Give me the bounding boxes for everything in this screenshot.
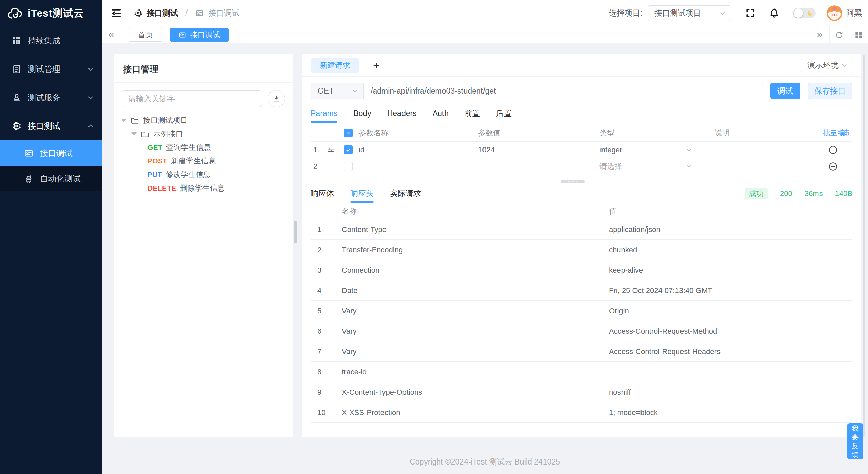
horizontal-scrollbar-thumb[interactable] [561,180,585,183]
feedback-button[interactable]: 我要反馈 [847,423,863,459]
api-manage-panel: 接口管理 接口测试项目 示例接口 GET [114,54,293,437]
table-row: 9X-Content-Type-Optionsnosniff [311,382,852,402]
remove-row-icon[interactable] [828,161,838,172]
row-index: 2 [311,162,326,171]
tab-actual-request[interactable]: 实际请求 [390,184,421,203]
row-index: 4 [311,286,335,295]
chip-icon [12,121,22,131]
tabs-scroll-left[interactable] [102,26,121,43]
project-select-label: 选择项目: [609,8,643,18]
tab-response-headers[interactable]: 响应头 [350,184,374,203]
drag-handle-icon[interactable] [326,145,335,155]
search-row [114,83,293,112]
row-index: 8 [311,368,335,376]
main-area: 接口测试 / 接口调试 选择项目: 接口测试项目 [102,0,868,474]
chevron-down-icon [351,87,359,95]
table-row: 1Content-Typeapplication/json [311,219,852,240]
header-value: keep-alive [602,266,852,275]
debug-card-icon [195,8,204,18]
panel-resize-handle[interactable] [294,221,297,243]
sidebar-item-auto-test[interactable]: 自动化测试 [0,166,102,191]
tab-body[interactable]: Body [353,104,371,123]
double-chevron-right-icon [815,31,824,39]
tabs-scroll-right[interactable] [810,26,829,43]
add-request-tab-button[interactable]: + [373,60,380,71]
table-row: 7VaryAccess-Control-Request-Headers [311,341,852,362]
method-badge: DELETE [147,184,176,192]
url-input[interactable] [364,83,763,99]
row-checkbox-unchecked[interactable] [344,162,353,171]
sidebar-item-api-test[interactable]: 接口测试 [0,112,102,140]
username[interactable]: 阿黑 [846,8,862,18]
page-tab-home[interactable]: 首页 [129,28,162,42]
col-param-type: 类型 [599,128,715,138]
request-tab-new[interactable]: 新建请求 [311,58,359,73]
tabs-layout-grid[interactable] [849,26,868,43]
param-name-cell[interactable]: id [359,145,478,154]
param-value-cell[interactable]: 1024 [478,145,599,154]
table-row: 8trace-id [311,362,852,382]
download-button[interactable] [268,90,285,107]
cloud-icon [7,6,24,20]
response-table-header: 名称 值 [311,203,852,219]
tab-params[interactable]: Params [311,104,337,123]
save-api-button[interactable]: 保存接口 [808,83,852,99]
app-logo[interactable]: iTest测试云 [0,0,102,26]
sidebar-item-test-service[interactable]: 测试服务 [0,83,102,112]
sidebar-item-test-mgmt[interactable]: 测试管理 [0,55,102,83]
header-name: trace-id [335,368,602,376]
moon-icon [807,9,814,17]
page-tab-api-debug[interactable]: 接口调试 [170,28,229,42]
fullscreen-icon[interactable] [745,8,755,18]
android-icon [24,174,34,184]
tree-api-post[interactable]: POST 新建学生信息 [121,154,293,168]
project-select[interactable]: 接口测试项目 [648,5,731,21]
caret-down-icon[interactable] [131,132,137,136]
method-select[interactable]: GET [311,83,364,99]
response-status-group: 成功 200 36ms 140B [745,184,852,203]
param-type-select[interactable]: integer [599,145,715,154]
tree-api-delete[interactable]: DELETE 删除学生信息 [121,181,293,195]
environment-select[interactable]: 演示环境 [801,58,852,73]
tab-auth[interactable]: Auth [433,104,449,123]
dark-mode-toggle[interactable] [793,8,816,18]
header-name: Date [335,286,602,295]
breadcrumb-root[interactable]: 接口测试 [147,8,178,18]
sidebar-item-api-debug[interactable]: 接口调试 [0,140,102,166]
avatar[interactable] [827,5,842,21]
debug-button[interactable]: 调试 [770,83,800,99]
request-tabs-row: 新建请求 + 演示环境 [302,54,861,77]
tab-label: Params [311,109,337,118]
param-row-2: 2 请选择 [311,158,852,175]
tab-response-body[interactable]: 响应体 [311,184,334,203]
sidebar-item-label: 持续集成 [28,35,60,46]
debug-card-icon [24,148,34,158]
bell-icon[interactable] [769,8,780,18]
response-time: 36ms [805,189,823,198]
toggle-knob [794,8,803,18]
batch-edit-link[interactable]: 批量编辑 [823,128,852,138]
tree-node-project[interactable]: 接口测试项目 [121,114,293,127]
tree-api-put[interactable]: PUT 修改学生信息 [121,168,293,181]
tab-pre-script[interactable]: 前置 [465,104,480,123]
tab-headers[interactable]: Headers [387,104,417,123]
row-checkbox-checked[interactable] [344,145,353,154]
caret-down-icon[interactable] [121,119,126,122]
table-row: 5VaryOrigin [311,301,852,321]
sidebar-item-ci[interactable]: 持续集成 [0,26,102,55]
page-tabs-bar: 首页 接口调试 [102,26,868,43]
footer-copyright: Copyright ©2024-iTest 测试云 Build 241025 [102,457,868,467]
download-icon [272,94,281,103]
select-all-checkbox[interactable] [344,129,353,137]
tree-api-get[interactable]: GET 查询学生信息 [121,141,293,154]
header-value: chunked [602,245,852,254]
param-type-select[interactable]: 请选择 [599,161,715,172]
tree-node-folder[interactable]: 示例接口 [121,127,293,141]
remove-row-icon[interactable] [828,145,838,155]
tab-post-script[interactable]: 后置 [496,104,512,123]
tabs-refresh[interactable] [829,26,849,43]
vertical-scrollbar-thumb[interactable] [863,55,865,437]
header-name: Vary [335,347,602,356]
search-input[interactable] [122,90,262,107]
collapse-menu-icon[interactable] [111,7,122,19]
